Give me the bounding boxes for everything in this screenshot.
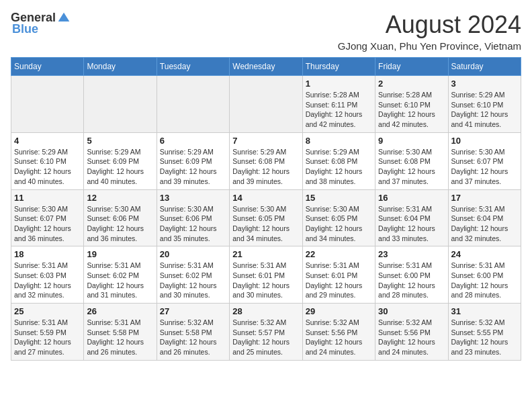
day-number: 3 bbox=[451, 79, 518, 89]
day-info: Sunrise: 5:30 AM Sunset: 6:05 PM Dayligh… bbox=[306, 204, 372, 244]
day-number: 2 bbox=[378, 79, 445, 89]
day-info: Sunrise: 5:30 AM Sunset: 6:06 PM Dayligh… bbox=[160, 204, 226, 244]
calendar-cell bbox=[230, 76, 302, 133]
column-header-tuesday: Tuesday bbox=[157, 58, 229, 76]
month-year-title: August 2024 bbox=[338, 11, 521, 39]
calendar-cell: 24Sunrise: 5:31 AM Sunset: 6:00 PM Dayli… bbox=[448, 246, 521, 304]
calendar-week-1: 1Sunrise: 5:28 AM Sunset: 6:11 PM Daylig… bbox=[11, 76, 521, 133]
calendar-cell: 19Sunrise: 5:31 AM Sunset: 6:02 PM Dayli… bbox=[84, 246, 157, 304]
calendar-cell: 29Sunrise: 5:32 AM Sunset: 5:56 PM Dayli… bbox=[302, 304, 375, 361]
day-number: 29 bbox=[306, 306, 372, 316]
day-info: Sunrise: 5:30 AM Sunset: 6:07 PM Dayligh… bbox=[14, 204, 81, 244]
location-subtitle: GJong Xuan, Phu Yen Province, Vietnam bbox=[338, 40, 521, 52]
day-number: 15 bbox=[306, 193, 372, 203]
day-info: Sunrise: 5:29 AM Sunset: 6:09 PM Dayligh… bbox=[160, 147, 226, 187]
column-header-sunday: Sunday bbox=[11, 58, 84, 76]
day-number: 18 bbox=[14, 249, 81, 259]
calendar-cell: 18Sunrise: 5:31 AM Sunset: 6:03 PM Dayli… bbox=[11, 246, 84, 304]
day-info: Sunrise: 5:32 AM Sunset: 5:55 PM Dayligh… bbox=[451, 318, 518, 357]
day-number: 13 bbox=[160, 193, 226, 203]
calendar-cell: 3Sunrise: 5:29 AM Sunset: 6:10 PM Daylig… bbox=[448, 76, 521, 133]
calendar-cell: 5Sunrise: 5:29 AM Sunset: 6:09 PM Daylig… bbox=[84, 132, 157, 189]
calendar-cell: 30Sunrise: 5:32 AM Sunset: 5:56 PM Dayli… bbox=[375, 304, 448, 361]
day-info: Sunrise: 5:31 AM Sunset: 5:59 PM Dayligh… bbox=[14, 318, 81, 357]
day-info: Sunrise: 5:31 AM Sunset: 6:00 PM Dayligh… bbox=[451, 261, 518, 300]
day-info: Sunrise: 5:28 AM Sunset: 6:11 PM Dayligh… bbox=[306, 90, 372, 130]
day-number: 21 bbox=[232, 249, 299, 259]
column-header-friday: Friday bbox=[375, 58, 448, 76]
day-number: 25 bbox=[14, 306, 81, 316]
calendar-week-2: 4Sunrise: 5:29 AM Sunset: 6:10 PM Daylig… bbox=[11, 132, 521, 189]
day-info: Sunrise: 5:31 AM Sunset: 6:00 PM Dayligh… bbox=[378, 261, 445, 300]
day-info: Sunrise: 5:30 AM Sunset: 6:05 PM Dayligh… bbox=[232, 204, 299, 244]
day-info: Sunrise: 5:31 AM Sunset: 6:04 PM Dayligh… bbox=[378, 204, 445, 244]
day-info: Sunrise: 5:29 AM Sunset: 6:08 PM Dayligh… bbox=[306, 147, 372, 187]
calendar-cell bbox=[84, 76, 157, 133]
day-number: 10 bbox=[451, 136, 518, 146]
calendar-cell: 21Sunrise: 5:31 AM Sunset: 6:01 PM Dayli… bbox=[230, 246, 302, 304]
day-info: Sunrise: 5:29 AM Sunset: 6:10 PM Dayligh… bbox=[451, 90, 518, 130]
calendar-cell: 6Sunrise: 5:29 AM Sunset: 6:09 PM Daylig… bbox=[157, 132, 229, 189]
calendar-cell: 4Sunrise: 5:29 AM Sunset: 6:10 PM Daylig… bbox=[11, 132, 84, 189]
day-number: 16 bbox=[378, 193, 445, 203]
calendar-table: SundayMondayTuesdayWednesdayThursdayFrid… bbox=[11, 57, 521, 361]
day-number: 31 bbox=[451, 306, 518, 316]
day-number: 8 bbox=[306, 136, 372, 146]
day-info: Sunrise: 5:32 AM Sunset: 5:57 PM Dayligh… bbox=[232, 318, 299, 357]
calendar-week-3: 11Sunrise: 5:30 AM Sunset: 6:07 PM Dayli… bbox=[11, 189, 521, 246]
column-header-thursday: Thursday bbox=[302, 58, 375, 76]
svg-marker-0 bbox=[58, 12, 70, 21]
day-info: Sunrise: 5:32 AM Sunset: 5:56 PM Dayligh… bbox=[378, 318, 445, 357]
calendar-cell: 15Sunrise: 5:30 AM Sunset: 6:05 PM Dayli… bbox=[302, 189, 375, 246]
calendar-cell: 31Sunrise: 5:32 AM Sunset: 5:55 PM Dayli… bbox=[448, 304, 521, 361]
column-header-wednesday: Wednesday bbox=[230, 58, 302, 76]
day-info: Sunrise: 5:30 AM Sunset: 6:08 PM Dayligh… bbox=[378, 147, 445, 187]
calendar-cell: 28Sunrise: 5:32 AM Sunset: 5:57 PM Dayli… bbox=[230, 304, 302, 361]
day-number: 26 bbox=[87, 306, 153, 316]
calendar-cell: 17Sunrise: 5:31 AM Sunset: 6:04 PM Dayli… bbox=[448, 189, 521, 246]
calendar-cell: 12Sunrise: 5:30 AM Sunset: 6:06 PM Dayli… bbox=[84, 189, 157, 246]
day-info: Sunrise: 5:29 AM Sunset: 6:10 PM Dayligh… bbox=[14, 147, 81, 187]
calendar-cell: 22Sunrise: 5:31 AM Sunset: 6:01 PM Dayli… bbox=[302, 246, 375, 304]
day-number: 5 bbox=[87, 136, 153, 146]
day-info: Sunrise: 5:31 AM Sunset: 6:01 PM Dayligh… bbox=[232, 261, 299, 300]
day-number: 19 bbox=[87, 249, 153, 259]
day-number: 30 bbox=[378, 306, 445, 316]
calendar-cell: 7Sunrise: 5:29 AM Sunset: 6:08 PM Daylig… bbox=[230, 132, 302, 189]
title-area: August 2024 GJong Xuan, Phu Yen Province… bbox=[338, 11, 521, 52]
column-header-monday: Monday bbox=[84, 58, 157, 76]
calendar-cell bbox=[157, 76, 229, 133]
day-info: Sunrise: 5:30 AM Sunset: 6:06 PM Dayligh… bbox=[87, 204, 153, 244]
day-number: 20 bbox=[160, 249, 226, 259]
day-number: 1 bbox=[306, 79, 372, 89]
calendar-cell: 16Sunrise: 5:31 AM Sunset: 6:04 PM Dayli… bbox=[375, 189, 448, 246]
day-number: 22 bbox=[306, 249, 372, 259]
calendar-cell: 27Sunrise: 5:32 AM Sunset: 5:58 PM Dayli… bbox=[157, 304, 229, 361]
calendar-cell: 1Sunrise: 5:28 AM Sunset: 6:11 PM Daylig… bbox=[302, 76, 375, 133]
day-info: Sunrise: 5:30 AM Sunset: 6:07 PM Dayligh… bbox=[451, 147, 518, 187]
day-number: 24 bbox=[451, 249, 518, 259]
calendar-cell: 10Sunrise: 5:30 AM Sunset: 6:07 PM Dayli… bbox=[448, 132, 521, 189]
calendar-cell: 8Sunrise: 5:29 AM Sunset: 6:08 PM Daylig… bbox=[302, 132, 375, 189]
logo-area: General Blue bbox=[11, 11, 71, 36]
logo-icon bbox=[57, 11, 71, 25]
day-number: 4 bbox=[14, 136, 81, 146]
day-info: Sunrise: 5:31 AM Sunset: 6:02 PM Dayligh… bbox=[87, 261, 153, 300]
calendar-week-4: 18Sunrise: 5:31 AM Sunset: 6:03 PM Dayli… bbox=[11, 246, 521, 304]
calendar-week-5: 25Sunrise: 5:31 AM Sunset: 5:59 PM Dayli… bbox=[11, 304, 521, 361]
day-number: 17 bbox=[451, 193, 518, 203]
day-number: 6 bbox=[160, 136, 226, 146]
calendar-cell: 26Sunrise: 5:31 AM Sunset: 5:58 PM Dayli… bbox=[84, 304, 157, 361]
calendar-cell: 20Sunrise: 5:31 AM Sunset: 6:02 PM Dayli… bbox=[157, 246, 229, 304]
day-info: Sunrise: 5:31 AM Sunset: 6:03 PM Dayligh… bbox=[14, 261, 81, 300]
calendar-cell: 13Sunrise: 5:30 AM Sunset: 6:06 PM Dayli… bbox=[157, 189, 229, 246]
day-number: 12 bbox=[87, 193, 153, 203]
page-header: General Blue August 2024 GJong Xuan, Phu… bbox=[11, 11, 521, 52]
calendar-cell: 11Sunrise: 5:30 AM Sunset: 6:07 PM Dayli… bbox=[11, 189, 84, 246]
logo-blue-text: Blue bbox=[12, 22, 38, 36]
day-number: 28 bbox=[232, 306, 299, 316]
calendar-cell: 9Sunrise: 5:30 AM Sunset: 6:08 PM Daylig… bbox=[375, 132, 448, 189]
calendar-cell: 14Sunrise: 5:30 AM Sunset: 6:05 PM Dayli… bbox=[230, 189, 302, 246]
day-number: 9 bbox=[378, 136, 445, 146]
day-info: Sunrise: 5:32 AM Sunset: 5:56 PM Dayligh… bbox=[306, 318, 372, 357]
